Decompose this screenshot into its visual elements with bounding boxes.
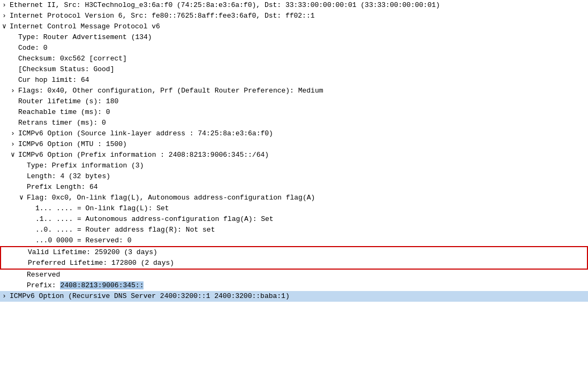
row-prefix-length-val-text: Length: 4 (32 bytes) xyxy=(27,172,110,181)
row-valid-lifetime[interactable]: Valid Lifetime: 259200 (3 days) xyxy=(1,247,587,258)
row-flag-expander[interactable]: ∨ xyxy=(19,193,27,203)
row-flag-autonomous[interactable]: .1.. .... = Autonomous address-configura… xyxy=(0,214,588,225)
row-flag-text: Flag: 0xc0, On-link flag(L), Autonomous … xyxy=(27,193,315,203)
row-icmpv6-option-prefix[interactable]: ∨ICMPv6 Option (Prefix information : 240… xyxy=(0,150,588,160)
row-cur-hop-text: Cur hop limit: 64 xyxy=(18,75,89,85)
row-router-lifetime[interactable]: Router lifetime (s): 180 xyxy=(0,96,588,107)
row-icmpv6-option-mtu-text: ICMPv6 Option (MTU : 1500) xyxy=(18,140,127,149)
row-reserved-text: Reserved xyxy=(27,270,60,280)
packet-tree: ›Ethernet II, Src: H3CTechnolog_e3:6a:f0… xyxy=(0,0,588,302)
row-flag[interactable]: ∨Flag: 0xc0, On-link flag(L), Autonomous… xyxy=(0,193,588,203)
row-retrans-timer-text: Retrans timer (ms): 0 xyxy=(18,118,106,128)
row-checksum-status[interactable]: [Checksum Status: Good] xyxy=(0,64,588,75)
row-router-lifetime-text: Router lifetime (s): 180 xyxy=(18,97,118,106)
row-icmpv6-option-src[interactable]: ›ICMPv6 Option (Source link-layer addres… xyxy=(0,128,588,139)
row-type-text: Type: Router Advertisement (134) xyxy=(18,33,152,42)
row-icmpv6-option-mtu[interactable]: ›ICMPv6 Option (MTU : 1500) xyxy=(0,139,588,150)
row-valid-lifetime-text: Valid Lifetime: 259200 (3 days) xyxy=(28,248,157,257)
row-checksum-status-text: [Checksum Status: Good] xyxy=(18,65,114,74)
row-ethernet-text: Ethernet II, Src: H3CTechnolog_e3:6a:f0 … xyxy=(10,1,440,10)
row-ethernet[interactable]: ›Ethernet II, Src: H3CTechnolog_e3:6a:f0… xyxy=(0,0,588,11)
row-prefix[interactable]: Prefix: 2408:8213:9006:345:: xyxy=(0,280,588,291)
row-flag-router-text: ..0. .... = Router address flag(R): Not … xyxy=(35,225,215,235)
row-flag-autonomous-text: .1.. .... = Autonomous address-configura… xyxy=(35,215,274,224)
row-flags-expander[interactable]: › xyxy=(11,86,18,96)
row-icmpv6-option-prefix-text: ICMPv6 Option (Prefix information : 2408… xyxy=(18,150,269,160)
row-flag-reserved-text: ...0 0000 = Reserved: 0 xyxy=(35,236,131,246)
row-checksum[interactable]: Checksum: 0xc562 [correct] xyxy=(0,53,588,64)
row-ipv6[interactable]: ›Internet Protocol Version 6, Src: fe80:… xyxy=(0,11,588,21)
row-code-text: Code: 0 xyxy=(18,43,48,53)
row-prefix-length-val[interactable]: Length: 4 (32 bytes) xyxy=(0,171,588,182)
row-reserved[interactable]: Reserved xyxy=(0,270,588,280)
row-checksum-text: Checksum: 0xc562 [correct] xyxy=(18,54,127,64)
row-flag-onlink-text: 1... .... = On-link flag(L): Set xyxy=(35,204,169,213)
row-flag-reserved[interactable]: ...0 0000 = Reserved: 0 xyxy=(0,235,588,246)
lifetime-border-box: Valid Lifetime: 259200 (3 days) Preferre… xyxy=(0,246,588,270)
row-type[interactable]: Type: Router Advertisement (134) xyxy=(0,32,588,43)
row-icmpv6-expander[interactable]: ∨ xyxy=(2,22,10,32)
row-icmpv6[interactable]: ∨Internet Control Message Protocol v6 xyxy=(0,21,588,32)
row-cur-hop[interactable]: Cur hop limit: 64 xyxy=(0,75,588,86)
row-prefix-type-text: Type: Prefix information (3) xyxy=(27,161,144,171)
row-icmpv6-option-src-text: ICMPv6 Option (Source link-layer address… xyxy=(18,129,273,139)
row-dns[interactable]: ›ICMPv6 Option (Recursive DNS Server 240… xyxy=(0,291,588,302)
row-flag-router[interactable]: ..0. .... = Router address flag(R): Not … xyxy=(0,225,588,235)
row-ipv6-expander[interactable]: › xyxy=(2,11,10,21)
row-icmpv6-option-src-expander[interactable]: › xyxy=(11,129,18,139)
row-prefix-length[interactable]: Prefix Length: 64 xyxy=(0,182,588,193)
row-prefix-type[interactable]: Type: Prefix information (3) xyxy=(0,160,588,171)
row-prefix-length-text: Prefix Length: 64 xyxy=(27,182,98,192)
row-dns-text: ICMPv6 Option (Recursive DNS Server 2400… xyxy=(10,292,290,301)
row-flags-text: Flags: 0x40, Other configuration, Prf (D… xyxy=(18,86,323,96)
row-flag-onlink[interactable]: 1... .... = On-link flag(L): Set xyxy=(0,203,588,214)
row-retrans-timer[interactable]: Retrans timer (ms): 0 xyxy=(0,118,588,128)
row-icmpv6-option-prefix-expander[interactable]: ∨ xyxy=(11,150,18,160)
row-icmpv6-text: Internet Control Message Protocol v6 xyxy=(10,22,160,32)
row-dns-expander[interactable]: › xyxy=(2,292,10,301)
row-ethernet-expander[interactable]: › xyxy=(2,1,10,10)
row-reachable-time[interactable]: Reachable time (ms): 0 xyxy=(0,107,588,118)
row-flags[interactable]: ›Flags: 0x40, Other configuration, Prf (… xyxy=(0,86,588,96)
row-preferred-lifetime-text: Preferred Lifetime: 172800 (2 days) xyxy=(28,258,174,268)
row-icmpv6-option-mtu-expander[interactable]: › xyxy=(11,140,18,149)
row-code[interactable]: Code: 0 xyxy=(0,43,588,53)
row-reachable-time-text: Reachable time (ms): 0 xyxy=(18,108,110,117)
row-prefix-text: Prefix: 2408:8213:9006:345:: xyxy=(27,281,144,290)
row-ipv6-text: Internet Protocol Version 6, Src: fe80::… xyxy=(10,11,315,21)
row-preferred-lifetime[interactable]: Preferred Lifetime: 172800 (2 days) xyxy=(1,258,587,269)
